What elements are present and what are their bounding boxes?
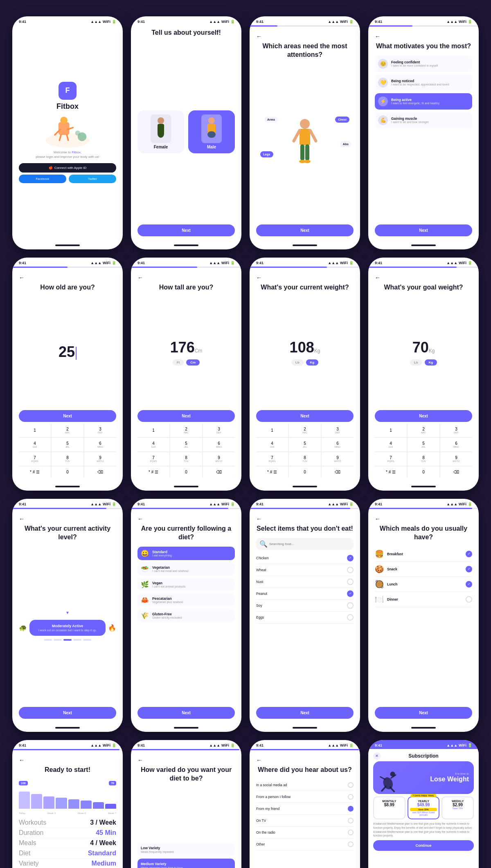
key-2[interactable]: 2ABC [52,424,83,437]
motiv-item-0[interactable]: 😊 Feeling confident I want to be more co… [375,56,472,72]
g-key-7[interactable]: 7PQRS [375,452,407,466]
g-key-9[interactable]: 9WXYZ [440,452,472,466]
meal-breakfast[interactable]: 🍔 Breakfast [375,547,472,562]
w-key-2[interactable]: 2ABC [289,424,321,437]
source-social[interactable]: In a social media ad [256,779,354,791]
g-key-sym[interactable]: * # ☰ [375,467,407,478]
key-4[interactable]: 4GHI [19,438,51,451]
h-key-2[interactable]: 2ABC [170,424,202,437]
radio-social[interactable] [348,782,354,788]
back-btn-10[interactable]: ← [137,516,235,522]
g-key-3[interactable]: 3DEF [440,424,472,437]
plan-yearly[interactable]: 7 DAYS FREE TRIAL YEARLY $49.99 Save 20%… [408,796,440,819]
source-follow[interactable]: From a person I follow [256,791,354,803]
h-key-4[interactable]: 4GHI [137,438,169,451]
goal-lb-btn[interactable]: Lb [410,359,422,366]
key-9[interactable]: 9WXYZ [84,452,116,466]
key-5[interactable]: 5JKL [52,438,83,451]
w-key-7[interactable]: 7PQRS [256,452,288,466]
key-3[interactable]: 3DEF [84,424,116,437]
goal-kg-btn[interactable]: Kg [425,359,437,366]
w-key-del[interactable]: ⌫ [322,467,354,478]
h-key-0[interactable]: 0 [170,467,202,478]
diet-gluten-free[interactable]: 🌾 Gluten-Free Gluten strictly excluded [137,609,235,622]
h-key-del[interactable]: ⌫ [203,467,235,478]
back-btn-14[interactable]: ← [137,757,235,763]
w-key-3[interactable]: 3DEF [322,424,354,437]
meal-checkbox-breakfast[interactable] [466,551,472,557]
food-soy[interactable]: Soy [256,600,354,612]
food-checkbox-soy[interactable] [347,602,354,609]
g-key-2[interactable]: 2ABC [408,424,439,437]
subscription-continue-button[interactable]: Continue [373,840,474,851]
g-key-5[interactable]: 5JKL [408,438,439,451]
area-legs[interactable]: Legs [260,151,273,157]
h-key-sym[interactable]: * # ☰ [137,467,169,478]
height-next-button[interactable]: Next [137,410,235,422]
weight-kg-btn[interactable]: Kg [306,359,319,366]
variety-low[interactable]: Low Variety Meals frequently repeated [137,843,235,857]
key-6[interactable]: 6MNO [84,438,116,451]
back-btn-12[interactable]: ← [375,516,472,522]
plan-monthly[interactable]: MONTHLY $8.99 [373,796,405,819]
w-key-1[interactable]: 1 [256,424,288,437]
diet-pescatarian[interactable]: 🦀 Pescatarian Vegetarian plus seafood [137,593,235,607]
food-checkbox-eggs[interactable] [347,614,354,621]
key-sym[interactable]: * # ☰ [19,467,51,478]
g-key-0[interactable]: 0 [408,467,439,478]
g-key-4[interactable]: 4GHI [375,438,407,451]
radio-tv[interactable] [348,818,354,823]
w-key-sym[interactable]: * # ☰ [256,467,288,478]
height-ft-btn[interactable]: Ft [173,359,184,366]
g-key-6[interactable]: 6MNO [440,438,472,451]
back-btn-7[interactable]: ← [256,274,354,281]
w-key-9[interactable]: 9WXYZ [322,452,354,466]
height-cm-btn[interactable]: Cm [186,359,200,366]
food-chicken[interactable]: Chicken [256,552,354,564]
key-del[interactable]: ⌫ [84,467,116,478]
goal-weight-next-button[interactable]: Next [375,410,472,422]
food-nust[interactable]: Nust [256,576,354,588]
diet-vegetarian[interactable]: 🥗 Vegetarian I can't eat meat and seafoo… [137,562,235,576]
food-search-input[interactable] [269,542,350,546]
food-next-button[interactable]: Next [256,707,354,719]
h-key-9[interactable]: 9WXYZ [203,452,235,466]
w-key-0[interactable]: 0 [289,467,321,478]
twitter-button[interactable]: Twitter [69,175,116,183]
age-next-button[interactable]: Next [19,410,116,422]
gender-male[interactable]: Male [188,110,235,153]
facebook-button[interactable]: Facebook [19,175,66,183]
meal-checkbox-dinner[interactable] [466,596,472,603]
gender-female[interactable]: Female [137,110,184,153]
g-key-1[interactable]: 1 [375,424,407,437]
meal-lunch[interactable]: 🥘 Lunch [375,577,472,592]
h-key-1[interactable]: 1 [137,424,169,437]
area-arms[interactable]: Arms [264,117,278,123]
motiv-item-3[interactable]: 💪 Gaining muscle I want to be and look s… [375,112,472,128]
back-btn-6[interactable]: ← [137,274,235,281]
key-8[interactable]: 8TUV [52,452,83,466]
source-friend[interactable]: From my friend [256,803,354,815]
meal-checkbox-lunch[interactable] [466,581,472,588]
w-key-6[interactable]: 6MNO [322,438,354,451]
food-checkbox-chicken[interactable] [347,555,354,561]
w-key-4[interactable]: 4GHI [256,438,288,451]
weight-lb-btn[interactable]: Lb [291,359,304,366]
back-btn-9[interactable]: ← [19,516,116,522]
motiv-item-1[interactable]: 💛 Being noticed I want to be respected, … [375,74,472,91]
radio-follow[interactable] [348,794,354,800]
w-key-5[interactable]: 5JKL [289,438,321,451]
motiv-next-button[interactable]: Next [375,224,472,236]
meal-snack[interactable]: 🍪 Snack [375,562,472,577]
back-btn-11[interactable]: ← [256,516,354,522]
gender-next-button[interactable]: Next [137,224,235,236]
h-key-3[interactable]: 3DEF [203,424,235,437]
food-eggs[interactable]: Eggs [256,612,354,624]
apple-login-button[interactable]: 🍎 Connect with Apple ID [19,163,116,173]
meal-checkbox-snack[interactable] [466,566,472,572]
source-radio[interactable]: On the radio [256,827,354,839]
motiv-item-2[interactable]: ⚡ Being active I want to feel energetic,… [375,93,472,110]
areas-next-button[interactable]: Next [256,224,354,236]
back-btn-4[interactable]: ← [375,33,472,40]
area-chest[interactable]: Chest [335,117,349,123]
